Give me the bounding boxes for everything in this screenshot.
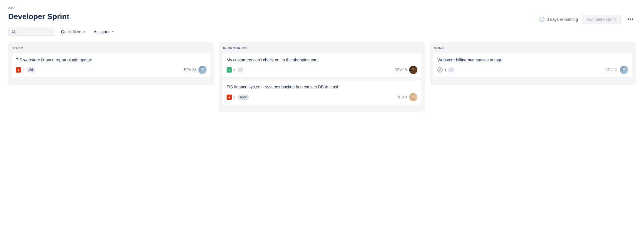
avatar: [620, 66, 628, 74]
avatar: [198, 66, 207, 74]
table-row[interactable]: Webstore billing bug causes outage⊘↑-DEV…: [433, 53, 632, 78]
priority-icon: ↑: [23, 68, 25, 72]
time-estimate: 2d: [27, 67, 35, 73]
more-options-button[interactable]: •••: [625, 15, 636, 24]
board: TO DOTIS webstore finance report plugin …: [8, 42, 636, 112]
time-estimate: -: [448, 67, 454, 73]
days-remaining: 🕐 0 days remaining: [539, 16, 578, 22]
column-todo: TO DOTIS webstore finance report plugin …: [8, 42, 214, 85]
time-estimate: -: [237, 67, 243, 73]
table-row[interactable]: My customers can't check out in the shop…: [222, 53, 422, 78]
svg-point-2: [201, 68, 204, 70]
assignee-filter-button[interactable]: Assignee ▾: [91, 28, 116, 36]
search-icon: [11, 30, 16, 34]
avatar: [409, 66, 417, 74]
priority-icon: ↑: [234, 68, 236, 72]
chevron-down-icon: ▾: [112, 30, 114, 33]
svg-point-9: [622, 71, 626, 73]
quick-filters-button[interactable]: Quick filters ▾: [59, 28, 88, 36]
column-header-done: DONE: [433, 46, 632, 50]
svg-point-5: [411, 71, 415, 73]
card-title: TIS finance system - systems backup bug …: [227, 84, 417, 90]
breadcrumb: dev: [8, 6, 636, 10]
issue-id: DEV-18: [395, 68, 407, 72]
column-header-todo: TO DO: [12, 46, 211, 50]
card-title: My customers can't check out in the shop…: [227, 57, 417, 63]
priority-icon: ↑: [234, 95, 236, 100]
svg-point-7: [411, 98, 415, 100]
svg-point-3: [200, 71, 205, 73]
issue-type-icon: ⊘: [437, 67, 443, 73]
issue-id: DEV-3: [397, 95, 407, 99]
priority-icon: ↑: [444, 68, 446, 72]
time-estimate: 45m: [237, 95, 249, 100]
column-done: DONEWebstore billing bug causes outage⊘↑…: [430, 42, 636, 85]
chevron-down-icon: ▾: [84, 30, 85, 33]
issue-type-icon: +: [227, 67, 232, 73]
complete-sprint-button[interactable]: Complete sprint: [582, 15, 621, 24]
search-box[interactable]: [8, 28, 55, 36]
svg-point-8: [623, 68, 625, 70]
toolbar: Quick filters ▾ Assignee ▾: [8, 28, 636, 36]
column-header-inprogress: IN PROGRESS: [222, 46, 422, 50]
svg-point-4: [412, 68, 414, 70]
svg-point-6: [412, 95, 414, 98]
issue-type-icon: ■: [227, 95, 232, 100]
table-row[interactable]: TIS finance system - systems backup bug …: [222, 80, 422, 105]
svg-line-1: [14, 33, 16, 34]
column-inprogress: IN PROGRESSMy customers can't check out …: [219, 42, 425, 112]
card-title: TIS webstore finance report plugin updat…: [16, 57, 207, 63]
page-title: Developer Sprint: [8, 12, 69, 21]
card-title: Webstore billing bug causes outage: [437, 57, 628, 63]
search-input[interactable]: [18, 29, 52, 34]
issue-type-icon: ■: [16, 67, 21, 73]
clock-icon: 🕐: [539, 16, 545, 22]
table-row[interactable]: TIS webstore finance report plugin updat…: [12, 53, 211, 78]
issue-id: DEV-31: [606, 68, 618, 72]
avatar: [409, 93, 417, 101]
issue-id: DEV-23: [184, 68, 196, 72]
